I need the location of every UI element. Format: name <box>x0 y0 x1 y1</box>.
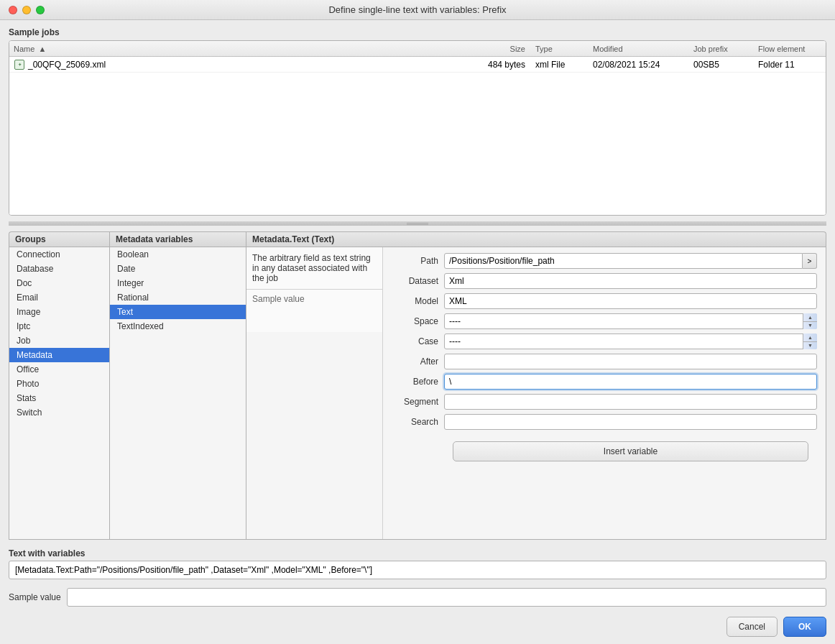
cancel-button[interactable]: Cancel <box>726 617 778 637</box>
detail-sample-label: Sample value <box>252 294 305 304</box>
sample-value-label: Sample value <box>9 592 61 602</box>
segment-row: Segment <box>392 394 817 410</box>
space-row: Space ---- ▲ ▼ <box>392 313 817 329</box>
col-header-flowelement: Flow element <box>754 45 826 53</box>
detail-description: The arbitrary field as text string in an… <box>246 247 383 289</box>
maximize-button[interactable] <box>36 6 45 14</box>
case-stepper[interactable]: ▲ ▼ <box>803 334 817 349</box>
ok-button[interactable]: OK <box>783 617 826 637</box>
detail-top: The arbitrary field as text string in an… <box>246 247 826 539</box>
file-table-header: Name ▲ Size Type Modified Job prefix Flo… <box>9 41 826 57</box>
before-row: Before <box>392 374 817 390</box>
sort-arrow: ▲ <box>38 45 46 53</box>
model-row: Model <box>392 293 817 309</box>
path-input-wrapper: > <box>444 253 817 269</box>
meta-item-boolean[interactable]: Boolean <box>110 247 246 262</box>
group-item-image[interactable]: Image <box>9 305 109 319</box>
path-label: Path <box>392 256 438 266</box>
case-row: Case ---- ▲ ▼ <box>392 334 817 349</box>
segment-label: Segment <box>392 397 438 407</box>
before-input[interactable] <box>444 374 817 390</box>
close-button[interactable] <box>9 6 17 14</box>
case-select[interactable]: ---- <box>444 334 817 349</box>
text-variables-input[interactable] <box>9 561 826 579</box>
group-item-photo[interactable]: Photo <box>9 377 109 391</box>
window-controls <box>9 6 45 14</box>
group-item-job[interactable]: Job <box>9 334 109 348</box>
text-variables-label: Text with variables <box>9 548 826 558</box>
file-table-body: ✦ _00QFQ_25069.xml 484 bytes xml File 02… <box>9 57 826 215</box>
xml-file-icon: ✦ <box>14 60 24 70</box>
space-stepper[interactable]: ▲ ▼ <box>803 313 817 329</box>
group-item-iptc[interactable]: Iptc <box>9 319 109 334</box>
col-header-jobprefix: Job prefix <box>689 45 754 53</box>
path-row: Path > <box>392 253 817 269</box>
space-select[interactable]: ---- <box>444 313 817 329</box>
insert-variable-button[interactable]: Insert variable <box>453 441 808 461</box>
path-input[interactable] <box>444 253 803 269</box>
group-item-metadata[interactable]: Metadata <box>9 348 109 362</box>
sample-jobs-label: Sample jobs <box>9 27 826 37</box>
after-input[interactable] <box>444 354 817 369</box>
file-name-cell: ✦ _00QFQ_25069.xml <box>9 59 474 70</box>
dataset-label: Dataset <box>392 276 438 286</box>
space-select-wrapper: ---- ▲ ▼ <box>444 313 817 329</box>
meta-item-integer[interactable]: Integer <box>110 276 246 290</box>
model-label: Model <box>392 296 438 306</box>
table-row[interactable]: ✦ _00QFQ_25069.xml 484 bytes xml File 02… <box>9 57 826 73</box>
case-select-wrapper: ---- ▲ ▼ <box>444 334 817 349</box>
metadata-panel-header: Metadata variables <box>109 231 246 247</box>
group-item-office[interactable]: Office <box>9 362 109 377</box>
file-jobprefix-cell: 00SB5 <box>689 60 754 70</box>
detail-panel-header: Metadata.Text (Text) <box>246 231 826 247</box>
group-item-email[interactable]: Email <box>9 290 109 305</box>
search-row: Search <box>392 414 817 430</box>
file-type-cell: xml File <box>531 60 589 70</box>
divider-handle[interactable] <box>9 221 826 226</box>
model-input[interactable] <box>444 293 817 309</box>
meta-item-textindexed[interactable]: TextIndexed <box>110 319 246 334</box>
meta-item-date[interactable]: Date <box>110 262 246 276</box>
minimize-button[interactable] <box>22 6 31 14</box>
dataset-input[interactable] <box>444 273 817 289</box>
file-icon: ✦ <box>14 59 25 70</box>
group-item-switch[interactable]: Switch <box>9 405 109 420</box>
after-label: After <box>392 356 438 367</box>
space-arrow-down[interactable]: ▼ <box>803 321 817 330</box>
bottom-buttons: Cancel OK <box>9 617 826 637</box>
text-variables-section: Text with variables <box>9 548 826 579</box>
space-label: Space <box>392 316 438 326</box>
detail-fields: Path > Dataset <box>383 247 826 539</box>
panels-body: Connection Database Doc Email Image Iptc… <box>9 247 826 540</box>
insert-variable-row: Insert variable <box>392 437 817 466</box>
group-item-stats[interactable]: Stats <box>9 391 109 405</box>
search-input[interactable] <box>444 414 817 430</box>
col-header-modified: Modified <box>589 45 689 53</box>
group-item-database[interactable]: Database <box>9 262 109 276</box>
case-label: Case <box>392 336 438 346</box>
detail-sample: Sample value <box>246 289 382 332</box>
group-item-connection[interactable]: Connection <box>9 247 109 262</box>
meta-item-text[interactable]: Text <box>110 305 246 319</box>
space-arrow-up[interactable]: ▲ <box>803 313 817 321</box>
file-size-cell: 484 bytes <box>474 60 531 70</box>
before-label: Before <box>392 377 438 387</box>
title-bar: Define single-line text with variables: … <box>0 0 835 20</box>
sample-value-input[interactable] <box>67 588 826 607</box>
panels-header: Groups Metadata variables Metadata.Text … <box>9 231 826 247</box>
dataset-row: Dataset <box>392 273 817 289</box>
group-item-doc[interactable]: Doc <box>9 276 109 290</box>
case-arrow-up[interactable]: ▲ <box>803 334 817 341</box>
detail-panel: The arbitrary field as text string in an… <box>246 247 826 540</box>
col-header-name: Name ▲ <box>9 45 474 53</box>
search-label: Search <box>392 417 438 427</box>
meta-item-rational[interactable]: Rational <box>110 290 246 305</box>
groups-panel: Connection Database Doc Email Image Iptc… <box>9 247 109 540</box>
col-header-type: Type <box>531 45 589 53</box>
case-arrow-down[interactable]: ▼ <box>803 341 817 350</box>
divider-dot <box>407 223 428 225</box>
file-modified-cell: 02/08/2021 15:24 <box>589 60 689 70</box>
path-arrow-button[interactable]: > <box>803 253 817 269</box>
lower-section: Groups Metadata variables Metadata.Text … <box>9 231 826 540</box>
segment-input[interactable] <box>444 394 817 410</box>
